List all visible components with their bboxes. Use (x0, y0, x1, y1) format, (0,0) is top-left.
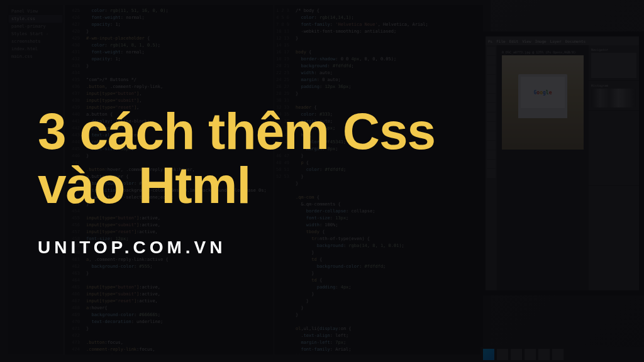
headline-line-2: vào Html (38, 158, 644, 212)
banner-text-overlay: 3 cách thêm Css vào Html UNITOP.COM.VN (0, 0, 644, 362)
promotional-banner: Panel View style.css panel-primary Style… (0, 0, 644, 362)
website-url: UNITOP.COM.VN (38, 238, 644, 258)
headline-line-1: 3 cách thêm Css (38, 104, 644, 158)
headline-text: 3 cách thêm Css vào Html (38, 104, 644, 212)
